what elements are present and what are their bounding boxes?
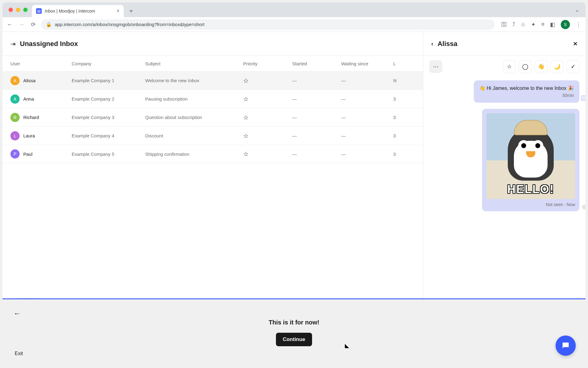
col-header-company[interactable]: Company (72, 61, 145, 66)
inbound-message[interactable]: 👋 Hi James, welcome to the new Inbox 🎉 3… (474, 80, 579, 103)
table-row[interactable]: LLauraExample Company 4Discount☆——3 (2, 126, 423, 145)
table-header: User Company Subject Priority Started Wa… (2, 56, 423, 71)
user-name: Anna (23, 96, 34, 102)
outbound-message[interactable]: HELLO! Not seen · Now (482, 109, 579, 211)
conversation-user-name: Alissa (438, 40, 458, 48)
browser-tabbar: |||| Inbox | Moodjoy | Intercom × + ⌄ (2, 2, 586, 17)
key-icon[interactable]: ⚿ (501, 21, 507, 28)
started-cell: — (292, 115, 341, 120)
waiting-cell: — (341, 133, 393, 138)
last-cell: 3 (393, 133, 415, 138)
exit-link[interactable]: Exit (15, 351, 23, 356)
col-header-subject[interactable]: Subject (145, 61, 243, 66)
priority-star-icon[interactable]: ☆ (243, 151, 249, 157)
user-avatar: P (10, 149, 20, 159)
conversation-header: ‹ Alissa ✕ (423, 32, 586, 56)
tab-close-icon[interactable]: × (117, 8, 119, 14)
nav-back-icon[interactable]: ← (6, 21, 13, 28)
close-conversation-button[interactable]: ✓ (567, 60, 579, 73)
panel-back-icon[interactable]: ‹ (431, 40, 433, 47)
col-header-started[interactable]: Started (292, 61, 341, 66)
continue-button[interactable]: Continue (276, 333, 312, 346)
table-body: AAlissaExample Company 1Welcome to the n… (2, 71, 423, 163)
started-cell: — (292, 151, 341, 157)
browser-menu-icon[interactable]: ⋮ (575, 21, 582, 28)
user-name: Laura (23, 133, 35, 138)
tab-title: Inbox | Moodjoy | Intercom (45, 9, 95, 13)
sender-avatar-icon (581, 204, 586, 210)
user-name: Paul (23, 151, 32, 157)
wave-button[interactable]: 👋 (535, 60, 548, 73)
message-status: Not seen · Now (486, 202, 575, 207)
menu-toggle-icon[interactable]: ⇥ (10, 40, 16, 48)
reading-list-icon[interactable]: ≡ (541, 21, 545, 28)
waiting-cell: — (341, 151, 393, 157)
last-cell: 3 (393, 151, 415, 157)
penguin-illustration (508, 128, 554, 181)
share-icon[interactable]: ⤴ (512, 21, 515, 28)
subject-cell: Question about subscription (145, 115, 243, 120)
subject-cell: Discount (145, 133, 243, 138)
priority-star-icon[interactable]: ☆ (243, 132, 249, 139)
company-cell: Example Company 5 (72, 151, 145, 157)
tabs-dropdown-icon[interactable]: ⌄ (575, 6, 579, 13)
table-row[interactable]: RRichardExample Company 3Question about … (2, 108, 423, 126)
window-close-icon[interactable] (9, 8, 13, 12)
conversation-toolbar: ⋯ ☆ ◯ 👋 🌙 ✓ (423, 56, 586, 77)
profile-avatar[interactable]: S (561, 20, 570, 29)
last-cell: 3 (393, 115, 415, 120)
user-avatar: A (10, 94, 20, 104)
tabbar-right: ⌄ (575, 2, 586, 17)
company-cell: Example Company 2 (72, 96, 145, 102)
new-tab-button[interactable]: + (126, 6, 136, 16)
waiting-cell: — (341, 115, 393, 120)
table-row[interactable]: PPaulExample Company 5Shipping confirmat… (2, 145, 423, 163)
started-cell: — (292, 78, 341, 83)
last-cell: 3 (393, 96, 415, 102)
company-cell: Example Company 4 (72, 133, 145, 138)
last-cell: N (393, 78, 415, 83)
gif-caption: HELLO! (507, 183, 554, 196)
started-cell: — (292, 133, 341, 138)
priority-star-button[interactable]: ☆ (503, 60, 516, 73)
url-field[interactable]: 🔒 app.intercom.com/a/inbox/nnsgmgob/onbo… (41, 19, 495, 30)
table-row[interactable]: AAlissaExample Company 1Welcome to the n… (2, 71, 423, 90)
onboard-back-icon[interactable]: ← (13, 309, 21, 318)
window-controls (6, 2, 32, 17)
user-name: Richard (23, 115, 39, 120)
onboarding-bar: ← This is it for now! Continue Exit ◣ (2, 299, 586, 366)
mouse-cursor-icon: ◣ (345, 342, 349, 349)
snooze-button[interactable]: 🌙 (551, 60, 564, 73)
sidepanel-icon[interactable]: ◧ (550, 21, 555, 28)
more-actions-button[interactable]: ⋯ (429, 60, 442, 73)
nav-forward-icon[interactable]: → (18, 21, 25, 28)
company-cell: Example Company 3 (72, 115, 145, 120)
subject-cell: Shipping confirmation (145, 151, 243, 157)
extensions-icon[interactable]: ✦ (531, 21, 536, 28)
window-maximize-icon[interactable] (23, 8, 28, 12)
waiting-cell: — (341, 78, 393, 83)
intercom-launcher-button[interactable] (556, 335, 576, 356)
browser-addressbar: ← → ⟳ 🔒 app.intercom.com/a/inbox/nnsgmgo… (2, 17, 586, 32)
browser-tab[interactable]: |||| Inbox | Moodjoy | Intercom × (32, 5, 124, 17)
priority-star-icon[interactable]: ☆ (243, 114, 249, 121)
intercom-favicon-icon: |||| (36, 8, 42, 14)
message-text: 👋 Hi James, welcome to the new Inbox 🎉 (479, 85, 574, 91)
priority-star-icon[interactable]: ☆ (243, 96, 249, 102)
onboard-title: This is it for now! (269, 319, 319, 326)
table-row[interactable]: AAnnaExample Company 2Pausing subscripti… (2, 90, 423, 108)
col-header-user[interactable]: User (10, 61, 72, 66)
panel-close-icon[interactable]: ✕ (573, 40, 578, 47)
col-header-last[interactable]: L (393, 61, 415, 66)
bookmark-star-icon[interactable]: ☆ (521, 21, 526, 28)
browser-window: |||| Inbox | Moodjoy | Intercom × + ⌄ ← … (2, 2, 586, 366)
assignee-button[interactable]: ◯ (519, 60, 532, 73)
priority-star-icon[interactable]: ☆ (243, 77, 249, 84)
window-minimize-icon[interactable] (16, 8, 20, 12)
col-header-waiting[interactable]: Waiting since (341, 61, 393, 66)
waiting-cell: — (341, 96, 393, 102)
inbox-header: ⇥ Unassigned Inbox (2, 32, 423, 56)
reload-icon[interactable]: ⟳ (29, 21, 37, 28)
col-header-priority[interactable]: Priority (243, 61, 292, 66)
chat-bubble-icon (561, 341, 570, 350)
